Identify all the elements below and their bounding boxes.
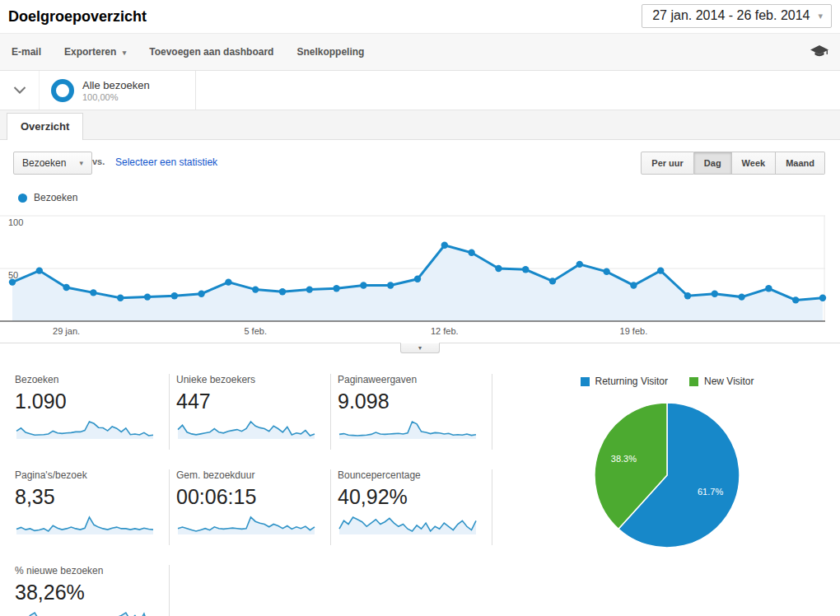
- chart-collapse-handle[interactable]: ▾: [400, 343, 440, 353]
- svg-text:50: 50: [8, 270, 18, 280]
- svg-text:29 jan.: 29 jan.: [53, 326, 80, 336]
- chevron-down-icon: ▾: [818, 11, 823, 21]
- audience-overview-page: Doelgroepoverzicht 27 jan. 2014 - 26 feb…: [0, 0, 840, 616]
- metric-sparkline: [15, 512, 155, 534]
- metric-value: 1.090: [15, 390, 157, 413]
- segment-donut-icon: [51, 79, 74, 102]
- chevron-down-icon: [13, 86, 26, 94]
- metric-card-unieke-bezoekers: Unieke bezoekers447: [170, 374, 331, 450]
- metric-selector-dropdown[interactable]: Bezoeken ▾: [13, 152, 92, 175]
- metric-value: 40,92%: [338, 485, 480, 509]
- granularity-month-button[interactable]: Maand: [776, 152, 825, 175]
- legend-item-new[interactable]: New Visitor: [689, 376, 754, 387]
- segment-row: Alle bezoeken 100,00%: [0, 71, 840, 110]
- timeseries-legend: Bezoeken: [0, 186, 840, 209]
- add-to-dashboard-button[interactable]: Toevoegen aan dashboard: [149, 46, 273, 58]
- svg-text:100: 100: [8, 217, 23, 227]
- export-label: Exporteren: [64, 46, 116, 58]
- returning-swatch-icon: [581, 377, 590, 386]
- segment-percent: 100,00%: [82, 92, 150, 102]
- export-button[interactable]: Exporteren ▾: [64, 46, 126, 58]
- visitor-type-panel: Returning Visitor New Visitor 61.7%38.3%: [494, 374, 840, 616]
- metric-card-nieuwe-bezoeken: % nieuwe bezoeken38,26%: [8, 565, 170, 616]
- metric-card-bezoeken: Bezoeken1.090: [8, 374, 170, 450]
- metric-sparkline: [338, 417, 478, 439]
- chart-controls: Bezoeken ▾ vs. Selecteer een statistiek …: [0, 140, 840, 186]
- chevron-down-icon: ▾: [123, 49, 127, 57]
- metric-card-bouncepercentage: Bouncepercentage40,92%: [331, 469, 492, 545]
- metric-card-gem-bezoekduur: Gem. bezoekduur00:06:15: [170, 469, 331, 545]
- metric-card-paginaweergaven: Paginaweergaven9.098: [331, 374, 492, 450]
- chevron-down-icon: ▾: [418, 345, 422, 352]
- page-title: Doelgroepoverzicht: [8, 8, 147, 26]
- new-swatch-icon: [689, 377, 698, 386]
- metric-sparkline: [15, 608, 155, 616]
- svg-text:38.3%: 38.3%: [611, 454, 637, 464]
- metric-label: Bouncepercentage: [338, 469, 480, 481]
- chevron-down-icon: ▾: [79, 159, 83, 167]
- date-range-selector[interactable]: 27 jan. 2014 - 26 feb. 2014 ▾: [642, 4, 832, 28]
- metric-sparkline: [15, 417, 155, 439]
- metric-label: Unieke bezoekers: [176, 374, 319, 385]
- tab-strip: Overzicht: [0, 110, 840, 140]
- metric-card-paginas-bezoek: Pagina's/bezoek8,35: [8, 469, 170, 545]
- segment-name: Alle bezoeken: [82, 79, 150, 91]
- metric-cards-grid: Bezoeken1.090Unieke bezoekers447Paginawe…: [8, 374, 494, 616]
- granularity-day-button[interactable]: Dag: [694, 152, 732, 175]
- metric-label: Gem. bezoekduur: [176, 469, 319, 481]
- svg-text:19 feb.: 19 feb.: [620, 326, 648, 336]
- chart-collapse-divider: ▾: [0, 343, 840, 356]
- visits-timeseries-chart[interactable]: 1005029 jan.5 feb.12 feb.19 feb.: [0, 209, 830, 341]
- granularity-hour-button[interactable]: Per uur: [641, 152, 694, 175]
- metric-label: Bezoeken: [15, 374, 157, 385]
- visitor-type-pie-chart[interactable]: 61.7%38.3%: [568, 397, 766, 553]
- returning-label: Returning Visitor: [595, 376, 669, 387]
- pie-legend: Returning Visitor New Visitor: [570, 376, 765, 387]
- svg-text:5 feb.: 5 feb.: [244, 326, 267, 336]
- metric-sparkline: [176, 512, 316, 534]
- granularity-button-group: Per uur Dag Week Maand: [641, 152, 825, 175]
- select-metric-link[interactable]: Selecteer een statistiek: [115, 156, 217, 168]
- metric-selector-value: Bezoeken: [22, 157, 66, 169]
- metric-value: 9.098: [338, 390, 480, 413]
- legend-item-returning[interactable]: Returning Visitor: [581, 376, 669, 387]
- metric-sparkline: [338, 512, 478, 534]
- shortcut-button[interactable]: Snelkoppeling: [296, 46, 364, 58]
- metric-value: 447: [176, 390, 319, 413]
- tab-overview[interactable]: Overzicht: [7, 113, 83, 140]
- report-header: Doelgroepoverzicht 27 jan. 2014 - 26 feb…: [0, 0, 840, 33]
- date-range-text: 27 jan. 2014 - 26 feb. 2014: [652, 8, 810, 23]
- metric-value: 8,35: [15, 485, 157, 509]
- metric-value: 38,26%: [15, 581, 157, 604]
- new-label: New Visitor: [704, 376, 754, 387]
- svg-text:12 feb.: 12 feb.: [431, 326, 459, 336]
- metric-label: % nieuwe bezoeken: [15, 565, 157, 576]
- svg-text:61.7%: 61.7%: [698, 487, 723, 497]
- granularity-week-button[interactable]: Week: [732, 152, 777, 175]
- segment-collapse-toggle[interactable]: [0, 71, 40, 110]
- metric-label: Paginaweergaven: [338, 374, 480, 385]
- series-label: Bezoeken: [34, 192, 77, 203]
- metric-label: Pagina's/bezoek: [15, 469, 157, 481]
- series-dot-icon: [18, 194, 27, 203]
- metric-value: 00:06:15: [176, 485, 319, 509]
- report-toolbar: E-mail Exporteren ▾ Toevoegen aan dashbo…: [0, 33, 840, 71]
- segment-all-visits[interactable]: Alle bezoeken 100,00%: [40, 71, 196, 110]
- graduation-cap-icon[interactable]: [810, 45, 828, 58]
- email-button[interactable]: E-mail: [12, 46, 41, 58]
- summary-section: Bezoeken1.090Unieke bezoekers447Paginawe…: [0, 356, 840, 616]
- vs-label: vs.: [92, 156, 105, 166]
- metric-sparkline: [176, 417, 316, 439]
